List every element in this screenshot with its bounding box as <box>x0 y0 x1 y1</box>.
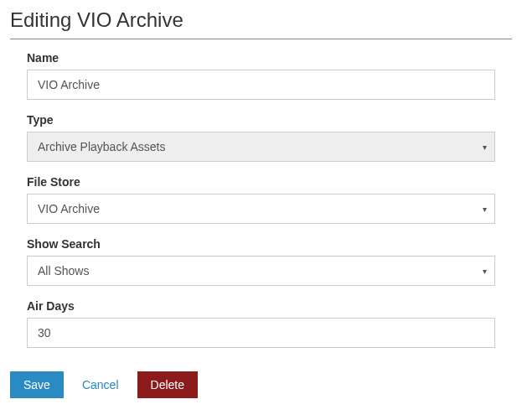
field-name: Name <box>27 51 495 100</box>
button-row: Save Cancel Delete <box>10 371 512 398</box>
air-days-input[interactable] <box>27 318 495 348</box>
cancel-button[interactable]: Cancel <box>72 371 129 398</box>
show-search-label: Show Search <box>27 237 495 251</box>
name-label: Name <box>27 51 495 65</box>
page-title: Editing VIO Archive <box>10 8 512 39</box>
show-search-select[interactable]: All Shows <box>27 256 495 286</box>
edit-form: Name Type Archive Playback Assets ▾ File… <box>10 51 512 348</box>
field-air-days: Air Days <box>27 299 495 348</box>
file-store-select[interactable]: VIO Archive <box>27 194 495 224</box>
air-days-label: Air Days <box>27 299 495 313</box>
save-button[interactable]: Save <box>10 371 64 398</box>
field-type: Type Archive Playback Assets ▾ <box>27 113 495 162</box>
field-show-search: Show Search All Shows ▾ <box>27 237 495 286</box>
file-store-label: File Store <box>27 175 495 189</box>
type-label: Type <box>27 113 495 127</box>
type-select[interactable]: Archive Playback Assets <box>27 132 495 162</box>
name-input[interactable] <box>27 70 495 100</box>
delete-button[interactable]: Delete <box>137 371 198 398</box>
field-file-store: File Store VIO Archive ▾ <box>27 175 495 224</box>
